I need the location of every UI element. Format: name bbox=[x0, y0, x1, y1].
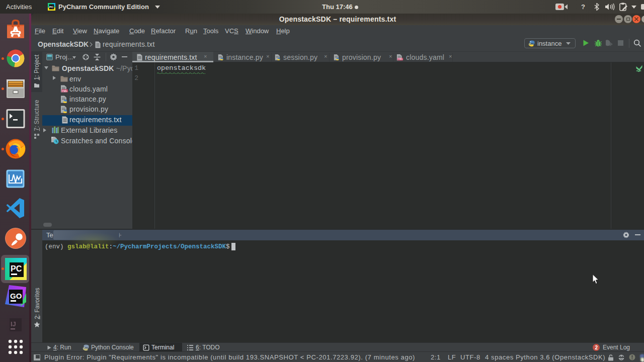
svg-text:YML: YML bbox=[61, 89, 68, 93]
svg-text:YML: YML bbox=[397, 58, 403, 60]
svg-text:GO: GO bbox=[10, 292, 22, 300]
svg-text:PC: PC bbox=[11, 264, 22, 273]
svg-text:IJ: IJ bbox=[11, 320, 16, 328]
svg-text:PC: PC bbox=[49, 6, 54, 9]
